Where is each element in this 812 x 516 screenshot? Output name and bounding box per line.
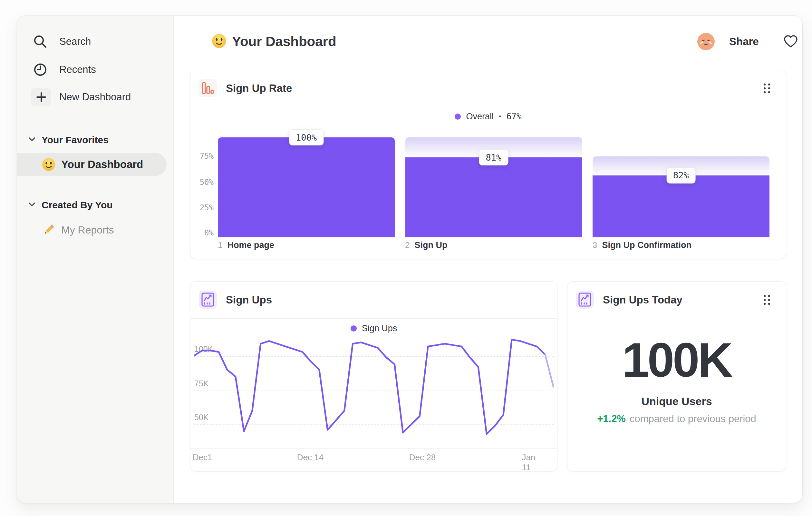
page-title: Your Dashboard (232, 34, 337, 49)
funnel-value-chip: 100% (289, 129, 323, 145)
line-chart-icon (576, 291, 594, 309)
line-x-tick: Dec 14 (297, 453, 323, 462)
search-icon (30, 33, 51, 50)
funnel-value-chip: 82% (666, 167, 696, 184)
sidebar-item-label: Search (59, 36, 91, 47)
plus-icon (31, 88, 51, 106)
card-header: Sign Ups Today (568, 281, 786, 318)
kpi-metric-label: Unique Users (568, 395, 786, 408)
kpi-delta-caption: compared to previous period (630, 413, 756, 425)
funnel-bar-sign-up-confirmation[interactable]: 82% (592, 137, 770, 237)
sidebar-item-your-dashboard[interactable]: Your Dashboard (17, 153, 167, 176)
funnel-bar-fill (592, 175, 770, 237)
card-header: Sign Up Rate (191, 70, 786, 107)
kpi-value: 100K (568, 336, 786, 384)
funnel-bar-home-page[interactable]: 100% (218, 137, 395, 237)
screen: Search Recents New Dashboard Your Favori… (0, 0, 812, 516)
sign-ups-today-card: Sign Ups Today 100K Unique Users +1.2% c… (567, 281, 786, 471)
sidebar-item-label: Recents (59, 64, 96, 76)
step-index: 3 (592, 240, 597, 250)
section-your-favorites[interactable]: Your Favorites (28, 134, 109, 145)
divider (191, 107, 786, 107)
avatar[interactable] (697, 33, 715, 50)
funnel-y-tick: 25% (194, 203, 214, 212)
funnel-step-label: 1 Home page (218, 240, 274, 250)
step-name: Sign Up (414, 240, 447, 250)
funnel-step-label: 2 Sign Up (405, 240, 447, 250)
legend-separator: • (499, 112, 501, 120)
line-x-tick: Dec 28 (409, 453, 436, 462)
funnel-y-tick: 75% (194, 152, 214, 161)
kpi-delta-value: +1.2% (597, 413, 626, 425)
funnel-step-labels: 1 Home page 2 Sign Up 3 Sign Up Confirma… (218, 240, 770, 253)
legend-series-name: Sign Ups (362, 323, 397, 333)
line-x-tick: Dec1 (193, 453, 212, 462)
card-title: Sign Up Rate (226, 70, 292, 107)
heart-icon (783, 35, 798, 48)
chevron-down-icon (28, 137, 36, 143)
favorite-heart-button[interactable] (782, 33, 800, 50)
sidebar-item-label: Your Dashboard (61, 158, 143, 171)
funnel-legend: Overall • 67% (191, 111, 786, 122)
line-series (194, 336, 554, 448)
clock-icon (30, 61, 51, 78)
sidebar-item-label: My Reports (61, 224, 114, 236)
card-header: Sign Ups (191, 281, 557, 318)
funnel-bar-fill (218, 137, 395, 237)
funnel-y-tick: 50% (194, 178, 214, 187)
sidebar-item-label: New Dashboard (59, 91, 131, 103)
card-title: Sign Ups Today (603, 281, 683, 318)
sign-up-rate-card: Sign Up Rate Overall • 67% 75% 50% 25% 0… (190, 70, 786, 259)
pencil-emoji (41, 222, 56, 237)
legend-dot (351, 325, 357, 331)
card-title: Sign Ups (226, 281, 272, 318)
funnel-value-chip: 81% (479, 149, 509, 165)
section-label: Your Favorites (41, 134, 109, 145)
page-title-wrap: Your Dashboard (211, 33, 337, 50)
share-button[interactable]: Share (729, 33, 759, 50)
kpi-delta-row: +1.2% compared to previous period (568, 413, 786, 425)
step-index: 1 (218, 240, 222, 250)
section-created-by-you[interactable]: Created By You (28, 200, 113, 211)
step-index: 2 (405, 240, 410, 250)
sidebar-item-search[interactable]: Search (17, 33, 165, 51)
funnel-bar-fill (405, 157, 582, 237)
section-label: Created By You (41, 200, 113, 211)
line-chart-icon (199, 291, 217, 309)
chevron-down-icon (28, 202, 36, 208)
sidebar-item-new-dashboard[interactable]: New Dashboard (17, 88, 165, 106)
step-name: Sign Up Confirmation (602, 240, 691, 250)
funnel-step-label: 3 Sign Up Confirmation (592, 240, 692, 250)
funnel-y-tick: 0% (194, 228, 214, 237)
legend-series-name: Overall (466, 112, 494, 121)
legend-value: 67% (506, 112, 522, 121)
sidebar-item-recents[interactable]: Recents (17, 61, 165, 79)
line-plot: 100K 75K 50K (194, 336, 554, 448)
divider (191, 318, 557, 319)
sign-ups-card: Sign Ups Sign Ups 100K 75K 50K Dec1 Dec … (190, 281, 557, 471)
divider (191, 448, 557, 449)
legend-dot (455, 113, 461, 120)
funnel-chart-icon (199, 79, 217, 97)
sidebar-item-my-reports[interactable]: My Reports (17, 218, 167, 242)
drag-handle-icon[interactable] (759, 80, 775, 97)
funnel-plot: 100% 81% 82% (218, 137, 770, 237)
drag-handle-icon[interactable] (759, 291, 775, 309)
smiley-emoji (211, 33, 227, 50)
step-name: Home page (227, 240, 274, 250)
funnel-bar-sign-up[interactable]: 81% (405, 137, 582, 237)
line-x-tick: Jan 11 (522, 453, 546, 472)
page-header: Your Dashboard Share Add Report (191, 16, 802, 67)
smiley-emoji (41, 157, 56, 172)
line-legend: Sign Ups (191, 323, 557, 334)
sidebar: Search Recents New Dashboard Your Favori… (17, 16, 174, 503)
